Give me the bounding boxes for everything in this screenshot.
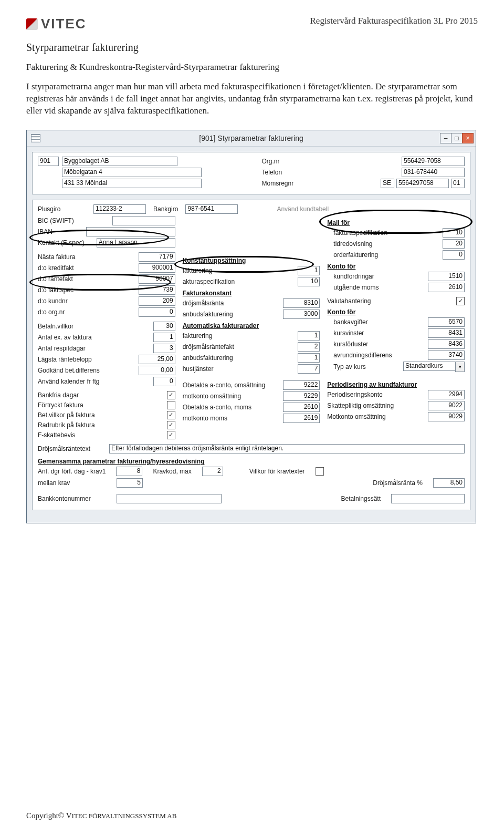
moms-nr-input[interactable]: 5564297058 [396, 179, 449, 188]
mellan-label: mellan krav [38, 479, 106, 487]
droj-input[interactable]: 8310 [283, 298, 320, 308]
drojp-input[interactable]: 8,50 [433, 478, 465, 488]
ob-moms-input[interactable]: 2610 [283, 403, 320, 412]
rante-input[interactable]: 90007 [139, 274, 175, 284]
nasta-input[interactable]: 7179 [139, 252, 175, 262]
af-anbud-input[interactable]: 1 [298, 353, 320, 363]
lagsta-input[interactable]: 25,00 [139, 355, 175, 364]
bankk-label: Bankkontonummer [38, 495, 106, 502]
bic-input[interactable] [112, 216, 175, 225]
af-anbud-label: anbudsfakturering [183, 354, 233, 362]
radrubrik-checkbox[interactable]: ✓ [167, 421, 175, 429]
minimize-button[interactable]: – [440, 133, 452, 143]
address2-input[interactable]: 431 33 Mölndal [62, 179, 202, 188]
bankk-input[interactable] [117, 494, 222, 503]
mk-oms-input[interactable]: 9229 [283, 391, 320, 401]
typ-label: Typ av kurs [327, 363, 365, 370]
mall-spec-input[interactable]: 10 [443, 228, 465, 238]
tel-input[interactable]: 031-678440 [402, 168, 465, 177]
godk-input[interactable]: 0,00 [139, 366, 175, 375]
ant-input[interactable]: 8 [116, 467, 142, 476]
bankavg-input[interactable]: 6570 [428, 317, 465, 327]
bankgiro-input[interactable]: 987-6541 [185, 204, 238, 214]
kundnr-input[interactable]: 209 [139, 296, 175, 306]
fortryckt-checkbox[interactable] [167, 401, 175, 409]
konst-spec-input[interactable]: 10 [298, 277, 320, 286]
villkor-label: Villkor för kravtexter [249, 468, 305, 475]
fskatt-checkbox[interactable]: ✓ [167, 431, 175, 439]
iban-input[interactable] [86, 227, 175, 236]
valuta-checkbox[interactable]: ✓ [456, 297, 465, 305]
kontakt-input[interactable]: Anna Larsson [97, 238, 175, 248]
periodk-input[interactable]: 2994 [428, 390, 465, 399]
af-hust-input[interactable]: 7 [298, 364, 320, 374]
konst-fakt-input[interactable]: 1 [298, 266, 320, 275]
close-button[interactable]: × [462, 133, 474, 143]
mk-moms-input[interactable]: 2619 [283, 414, 320, 423]
betvillpf-checkbox[interactable]: ✓ [167, 411, 175, 419]
moms-suffix-input[interactable]: 01 [451, 179, 465, 188]
betvillpf-label: Bet.villkor på faktura [38, 411, 95, 419]
krav-input[interactable]: 2 [202, 467, 223, 476]
kursf-input[interactable]: 8436 [428, 339, 465, 349]
company-code-input[interactable]: 901 [38, 157, 59, 166]
mk-moms-label: motkonto moms [183, 415, 227, 422]
gemensamma-head: Gemensamma parametrar fakturering/hyresr… [38, 458, 465, 465]
kundnr-label: d:o kundnr [38, 297, 68, 305]
anbud-input[interactable]: 3000 [283, 310, 320, 319]
villkor-checkbox[interactable] [316, 467, 324, 476]
anvkal-input[interactable]: 0 [153, 377, 175, 386]
ob-oms-input[interactable]: 9222 [283, 380, 320, 390]
mall-tid-input[interactable]: 20 [443, 239, 465, 249]
skatt-label: Skattepliktig omsättning [327, 402, 394, 409]
drojtext-label: Dröjsmålsräntetext [38, 445, 106, 452]
orgnr2-input[interactable]: 0 [139, 307, 175, 317]
menu-icon[interactable] [31, 134, 40, 142]
doc-title: Registervård Fakturaspecifikation 3L Pro… [310, 16, 478, 26]
orgnr-input[interactable]: 556429-7058 [402, 157, 465, 166]
auto-head: Automatiska fakturarader [183, 322, 320, 329]
bankfria-checkbox[interactable]: ✓ [167, 391, 175, 399]
section-title: Styrparametrar fakturering [26, 42, 478, 54]
kredit-input[interactable]: 900001 [139, 263, 175, 273]
af-fakt-input[interactable]: 1 [298, 331, 320, 341]
konto-moms-input[interactable]: 2610 [428, 283, 465, 292]
kursv-input[interactable]: 8431 [428, 328, 465, 338]
company-group: 901 Byggbolaget AB Möbelgatan 4 431 33 M… [32, 152, 470, 194]
plusgiro-input[interactable]: 112233-2 [93, 204, 146, 214]
respit-input[interactable]: 3 [153, 344, 175, 353]
tel-label: Telefon [262, 169, 282, 176]
motk-label: Motkonto omsättning [327, 413, 385, 420]
skatt-input[interactable]: 9022 [428, 401, 465, 410]
address1-input[interactable]: Möbelgatan 4 [62, 168, 202, 177]
bets-input[interactable] [391, 494, 465, 503]
godk-label: Godkänd bet.differens [38, 367, 100, 374]
maximize-button[interactable]: □ [451, 133, 463, 143]
typ-select[interactable]: Standardkurs [403, 362, 456, 371]
faktk-head: Fakturakonstant [183, 290, 320, 297]
konst-head: Konstantuppsättning [183, 257, 320, 264]
konto-kund-input[interactable]: 1510 [428, 272, 465, 281]
mall-order-input[interactable]: 0 [443, 250, 465, 260]
iban-label: IBAN [38, 228, 52, 235]
window-titlebar: [901] Styrparametrar fakturering – □ × [27, 130, 476, 147]
period-head: Periodisering av kundfakturor [327, 381, 465, 388]
mall-tid-label: tidredovisning [327, 240, 372, 248]
rante-label: d:o räntefakt [38, 275, 73, 283]
chevron-down-icon[interactable]: ▾ [455, 362, 465, 372]
drojtext-input[interactable]: Efter förfallodagen debiteras dröjsmålsr… [109, 444, 465, 453]
faktspec-input[interactable]: 739 [139, 285, 175, 295]
antalex-input[interactable]: 1 [153, 333, 175, 342]
company-name-input[interactable]: Byggbolaget AB [62, 157, 177, 166]
konto2-head: Konto för [327, 308, 465, 316]
betvillkor-input[interactable]: 30 [153, 322, 175, 331]
avrund-input[interactable]: 3740 [428, 351, 465, 360]
valuta-label: Valutahantering [327, 297, 371, 305]
moms-label: Momsregnr [262, 180, 294, 187]
betvillkor-label: Betaln.villkor [38, 323, 74, 330]
mellan-input[interactable]: 5 [117, 478, 143, 488]
moms-country-input[interactable]: SE [381, 179, 394, 188]
motk-input[interactable]: 9029 [428, 412, 465, 421]
fortryckt-label: Förtryckt faktura [38, 401, 83, 409]
af-droj-input[interactable]: 2 [298, 342, 320, 352]
